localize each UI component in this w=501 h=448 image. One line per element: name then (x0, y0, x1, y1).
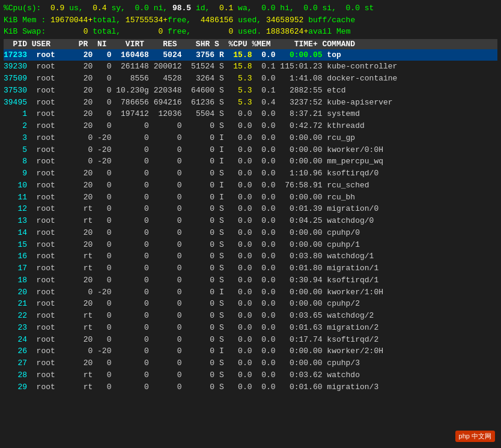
table-row: 20 root 0 -20 0 0 0 I 0.0 0.0 0:00.00 kw… (4, 286, 497, 298)
table-row: 5 root 0 -20 0 0 0 I 0.0 0.0 0:00.00 kwo… (4, 144, 497, 156)
header-line-2: KiB Swap: 0 total, 0 free, 0 used. 18838… (4, 26, 497, 38)
table-row: 37530 root 20 0 10.230g 220348 64600 S 5… (4, 85, 497, 97)
table-row: 12 root rt 0 0 0 0 S 0.0 0.0 0:01.39 mig… (4, 203, 497, 215)
table-row: 10 root 20 0 0 0 0 I 0.0 0.0 76:58.91 rc… (4, 180, 497, 192)
table-row: 28 root rt 0 0 0 0 S 0.0 0.0 0:03.62 wat… (4, 369, 497, 381)
table-row: 37509 root 20 0 8556 4528 3264 S 5.3 0.0… (4, 73, 497, 85)
table-row: 29 root rt 0 0 0 0 S 0.0 0.0 0:01.60 mig… (4, 381, 497, 393)
table-row: 22 root rt 0 0 0 0 S 0.0 0.0 0:03.65 wat… (4, 310, 497, 322)
table-row: 39230 root 20 0 261148 200012 51524 S 15… (4, 61, 497, 73)
header-line-1: KiB Mem : 19670044+total, 15755534+free,… (4, 14, 497, 26)
table-row: 26 root 0 -20 0 0 0 I 0.0 0.0 0:00.00 kw… (4, 345, 497, 357)
table-row: 13 root rt 0 0 0 0 S 0.0 0.0 0:04.25 wat… (4, 215, 497, 227)
watermark: php 中文网 (455, 431, 495, 442)
table-row: 17 root rt 0 0 0 0 S 0.0 0.0 0:01.80 mig… (4, 262, 497, 274)
table-row: 2 root 20 0 0 0 0 S 0.0 0.0 0:42.72 kthr… (4, 120, 497, 132)
header-section: %Cpu(s): 0.9 us, 0.4 sy, 0.0 ni, 98.5 id… (4, 2, 497, 38)
table-row: 18 root 20 0 0 0 0 S 0.0 0.0 0:30.94 kso… (4, 274, 497, 286)
table-row: 39495 root 20 0 786656 694216 61236 S 5.… (4, 97, 497, 109)
process-list: 17233 root 20 0 160468 5024 3756 R 15.8 … (4, 49, 497, 393)
table-row: 1 root 20 0 197412 12036 5504 S 0.0 0.0 … (4, 108, 497, 120)
table-row: 15 root 20 0 0 0 0 S 0.0 0.0 0:00.00 cpu… (4, 239, 497, 251)
table-row: 17233 root 20 0 160468 5024 3756 R 15.8 … (4, 49, 497, 61)
table-row: 11 root 20 0 0 0 0 I 0.0 0.0 0:00.00 rcu… (4, 192, 497, 204)
table-row: 8 root 0 -20 0 0 0 I 0.0 0.0 0:00.00 mm_… (4, 156, 497, 168)
table-row: 27 root 20 0 0 0 0 S 0.0 0.0 0:00.00 cpu… (4, 357, 497, 369)
terminal: %Cpu(s): 0.9 us, 0.4 sy, 0.0 ni, 98.5 id… (0, 0, 501, 448)
table-row: 16 root rt 0 0 0 0 S 0.0 0.0 0:03.80 wat… (4, 250, 497, 262)
table-row: 14 root 20 0 0 0 0 S 0.0 0.0 0:00.00 cpu… (4, 227, 497, 239)
table-row: 21 root 20 0 0 0 0 S 0.0 0.0 0:00.00 cpu… (4, 298, 497, 310)
table-row: 23 root rt 0 0 0 0 S 0.0 0.0 0:01.63 mig… (4, 322, 497, 334)
table-row: 9 root 20 0 0 0 0 S 0.0 0.0 1:10.96 ksof… (4, 168, 497, 180)
table-header: PID USER PR NI VIRT RES SHR S %CPU %MEM … (4, 39, 497, 49)
header-line-0: %Cpu(s): 0.9 us, 0.4 sy, 0.0 ni, 98.5 id… (4, 2, 497, 14)
table-row: 24 root 20 0 0 0 0 S 0.0 0.0 0:17.74 kso… (4, 334, 497, 346)
table-row: 3 root 0 -20 0 0 0 I 0.0 0.0 0:00.00 rcu… (4, 132, 497, 144)
